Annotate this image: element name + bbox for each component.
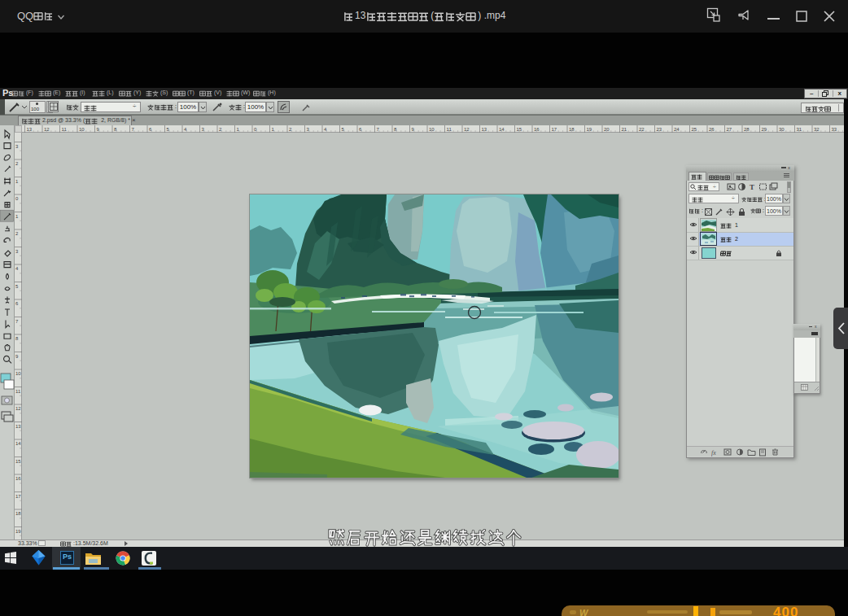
- svg-text:25: 25: [692, 127, 697, 132]
- svg-text:28: 28: [744, 127, 750, 132]
- svg-text:2: 2: [15, 161, 19, 166]
- svg-text:19: 19: [587, 127, 592, 132]
- svg-text:3: 3: [15, 249, 19, 254]
- svg-text:32: 32: [814, 127, 820, 132]
- svg-text:16: 16: [534, 127, 540, 132]
- svg-text:17: 17: [552, 127, 557, 132]
- svg-text:23: 23: [657, 127, 662, 132]
- svg-text:1: 1: [15, 214, 19, 219]
- svg-text:5: 5: [15, 284, 19, 289]
- svg-text:15: 15: [517, 127, 522, 132]
- svg-text:10: 10: [429, 127, 435, 132]
- svg-text:T: T: [750, 183, 754, 191]
- svg-text:16: 16: [15, 476, 21, 481]
- svg-text:19: 19: [15, 529, 21, 534]
- svg-text:18: 18: [15, 511, 21, 516]
- svg-text:13: 13: [15, 424, 21, 429]
- svg-text:31: 31: [797, 127, 802, 132]
- svg-text:20: 20: [604, 127, 610, 132]
- svg-text:12: 12: [464, 127, 470, 132]
- svg-text:9: 9: [15, 354, 19, 359]
- svg-text:24: 24: [674, 127, 680, 132]
- svg-text:10: 10: [15, 371, 21, 376]
- svg-text:18: 18: [569, 127, 575, 132]
- svg-text:2: 2: [15, 231, 19, 236]
- svg-text:21: 21: [622, 127, 627, 132]
- svg-text:13: 13: [27, 127, 33, 132]
- svg-text:10: 10: [79, 127, 85, 132]
- svg-text:11: 11: [15, 389, 21, 394]
- svg-text:29: 29: [762, 127, 767, 132]
- svg-text:8: 8: [15, 336, 19, 341]
- svg-text:27: 27: [727, 127, 732, 132]
- svg-text:12: 12: [15, 406, 21, 411]
- svg-text:1: 1: [15, 179, 19, 184]
- svg-text:17: 17: [15, 494, 21, 499]
- svg-text:12: 12: [44, 127, 50, 132]
- svg-text:fx: fx: [711, 449, 716, 457]
- svg-text:3: 3: [15, 144, 19, 149]
- svg-text:14: 14: [15, 441, 21, 446]
- svg-text:0: 0: [15, 196, 19, 201]
- svg-text:30: 30: [779, 127, 785, 132]
- svg-text:26: 26: [709, 127, 715, 132]
- svg-text:33: 33: [832, 127, 837, 132]
- svg-text:15: 15: [15, 459, 21, 464]
- svg-text:4: 4: [15, 266, 19, 271]
- svg-text:7: 7: [15, 319, 19, 324]
- svg-text:6: 6: [15, 301, 19, 306]
- svg-text:14: 14: [499, 127, 505, 132]
- svg-text:22: 22: [639, 127, 645, 132]
- svg-text:13: 13: [482, 127, 487, 132]
